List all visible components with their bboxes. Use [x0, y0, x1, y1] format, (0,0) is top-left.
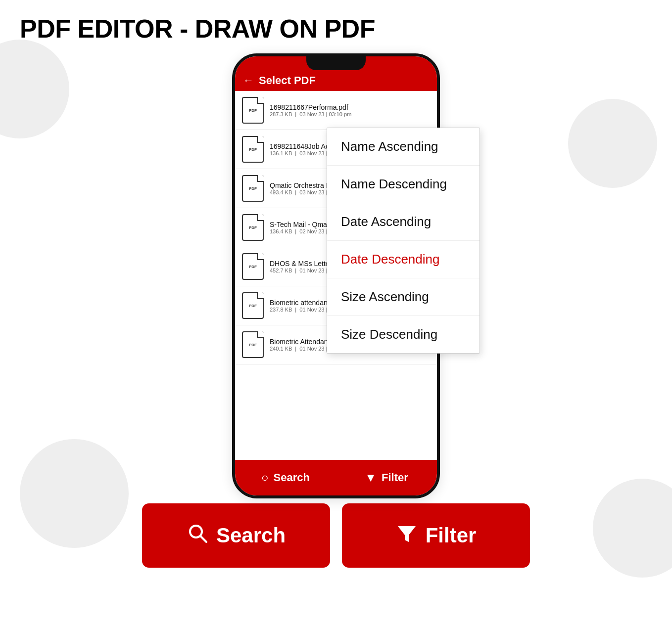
- file-icon-label: PDF: [249, 304, 257, 308]
- file-meta: 287.3 KB | 03 Nov 23 | 03:10 pm: [270, 111, 351, 117]
- search-big-label: Search: [216, 524, 286, 547]
- dropdown-item[interactable]: Name Descending: [327, 166, 480, 203]
- page-title: PDF EDITOR - DRAW ON PDF: [0, 0, 672, 44]
- search-big-button[interactable]: Search: [142, 503, 330, 568]
- filter-icon: ▼: [365, 471, 377, 485]
- file-icon-label: PDF: [249, 265, 257, 269]
- filter-big-label: Filter: [426, 524, 477, 547]
- file-icon-label: PDF: [249, 147, 257, 152]
- dropdown-menu: Name AscendingName DescendingDate Ascend…: [327, 128, 480, 354]
- file-icon-box: PDF: [242, 331, 264, 358]
- file-icon-box: PDF: [242, 97, 264, 124]
- phone-search-label: Search: [274, 471, 310, 484]
- file-name: 1698211667Performa.pdf: [270, 103, 351, 111]
- svg-marker-2: [398, 526, 416, 542]
- file-icon-label: PDF: [249, 343, 257, 347]
- search-big-icon: [187, 522, 208, 549]
- phone-filter-button[interactable]: ▼ Filter: [336, 460, 437, 495]
- phone-search-button[interactable]: ○ Search: [235, 460, 336, 495]
- phone-wrapper: ← Select PDF PDF 1698211667Performa.pdf …: [0, 53, 672, 498]
- back-icon[interactable]: ←: [243, 74, 254, 87]
- search-icon: ○: [261, 471, 269, 485]
- phone-bottom-buttons: ○ Search ▼ Filter: [235, 460, 437, 495]
- filter-big-button[interactable]: Filter: [342, 503, 530, 568]
- main-content: ← Select PDF PDF 1698211667Performa.pdf …: [0, 53, 672, 627]
- phone-filter-label: Filter: [382, 471, 408, 484]
- bottom-buttons-bar: Search Filter: [0, 503, 672, 568]
- file-icon-box: PDF: [242, 175, 264, 202]
- file-icon-label: PDF: [249, 108, 257, 113]
- file-item[interactable]: PDF 1698211667Performa.pdf 287.3 KB | 03…: [235, 91, 437, 130]
- filter-big-icon: [396, 522, 418, 549]
- dropdown-item[interactable]: Date Ascending: [327, 203, 480, 241]
- dropdown-item[interactable]: Name Ascending: [327, 128, 480, 166]
- app-header-title: Select PDF: [259, 74, 316, 87]
- dropdown-item[interactable]: Date Descending: [327, 241, 480, 278]
- file-icon-box: PDF: [242, 214, 264, 241]
- file-icon-box: PDF: [242, 253, 264, 280]
- dropdown-item[interactable]: Size Descending: [327, 316, 480, 353]
- dropdown-item[interactable]: Size Ascending: [327, 278, 480, 316]
- file-icon-label: PDF: [249, 186, 257, 191]
- file-icon-box: PDF: [242, 136, 264, 163]
- file-icon-label: PDF: [249, 225, 257, 230]
- svg-line-1: [200, 536, 206, 542]
- file-icon-box: PDF: [242, 292, 264, 319]
- phone-notch: [306, 56, 366, 70]
- file-info: 1698211667Performa.pdf 287.3 KB | 03 Nov…: [270, 103, 351, 117]
